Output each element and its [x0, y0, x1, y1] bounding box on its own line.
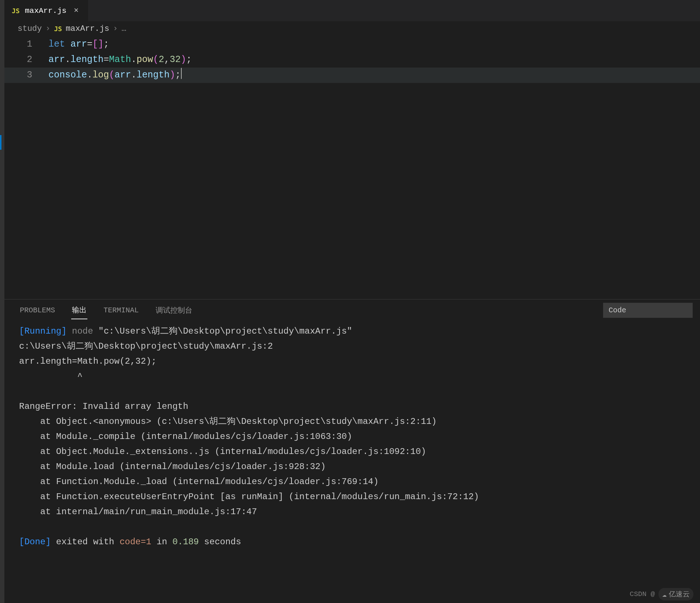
breadcrumb-file[interactable]: maxArr.js [66, 24, 109, 33]
tab-maxarr[interactable]: JS maxArr.js × [4, 0, 88, 21]
tabs-bar: JS maxArr.js × [4, 0, 700, 21]
line-number: 2 [4, 52, 48, 68]
watermark-logo-text: 亿速云 [669, 589, 690, 599]
panel-tab-output[interactable]: 输出 [71, 301, 87, 319]
panel-tabs: PROBLEMS 输出 TERMINAL 调试控制台 Code [4, 299, 700, 321]
output-line: at Function.Module._load (internal/modul… [19, 474, 685, 489]
code-line[interactable]: 1let arr=[]; [4, 37, 700, 52]
js-file-icon: JS [12, 7, 20, 15]
chevron-right-icon: › [46, 24, 50, 33]
line-number: 3 [4, 68, 48, 83]
breadcrumb-folder[interactable]: study [18, 24, 42, 33]
text-cursor [181, 68, 182, 79]
watermark-csdn: CSDN @ [630, 590, 655, 598]
cloud-icon: ☁ [662, 590, 667, 599]
panel-tab-problems[interactable]: PROBLEMS [19, 302, 56, 318]
footer-watermark: CSDN @ ☁ 亿速云 [4, 585, 700, 603]
activity-bar[interactable] [0, 0, 4, 603]
js-file-icon: JS [54, 25, 62, 33]
output-line: [Running] node "c:\Users\胡二狗\Desktop\pro… [19, 324, 685, 339]
output-line: c:\Users\胡二狗\Desktop\project\study\maxAr… [19, 339, 685, 354]
output-line: at Object.Module._extensions..js (intern… [19, 444, 685, 459]
code-content[interactable]: let arr=[]; [48, 37, 700, 52]
breadcrumbs[interactable]: study › JS maxArr.js › … [4, 21, 700, 36]
output-line [19, 384, 685, 399]
bottom-panel: PROBLEMS 输出 TERMINAL 调试控制台 Code [Running… [4, 299, 700, 585]
chevron-right-icon: › [113, 24, 118, 33]
code-line[interactable]: 2arr.length=Math.pow(2,32); [4, 52, 700, 68]
code-line[interactable]: 3console.log(arr.length); [4, 68, 700, 83]
breadcrumb-trail[interactable]: … [121, 24, 126, 33]
line-number: 1 [4, 37, 48, 52]
output-line: arr.length=Math.pow(2,32); [19, 354, 685, 369]
output-channel-dropdown[interactable]: Code [603, 303, 693, 318]
panel-tab-debug-console[interactable]: 调试控制台 [155, 302, 193, 319]
output-line: at Module._compile (internal/modules/cjs… [19, 429, 685, 444]
code-editor[interactable]: 1let arr=[];2arr.length=Math.pow(2,32);3… [4, 36, 700, 299]
output-line: at internal/main/run_main_module.js:17:4… [19, 504, 685, 519]
watermark-logo: ☁ 亿速云 [659, 588, 693, 600]
tab-filename: maxArr.js [25, 7, 66, 15]
output-line: at Function.executeUserEntryPoint [as ru… [19, 489, 685, 504]
main-column: JS maxArr.js × study › JS maxArr.js › … … [4, 0, 700, 603]
output-body[interactable]: [Running] node "c:\Users\胡二狗\Desktop\pro… [4, 321, 700, 585]
panel-tab-terminal[interactable]: TERMINAL [103, 302, 139, 318]
output-line [19, 519, 685, 534]
output-line: at Module.load (internal/modules/cjs/loa… [19, 459, 685, 474]
output-line: [Done] exited with code=1 in 0.189 secon… [19, 534, 685, 549]
output-line: at Object.<anonymous> (c:\Users\胡二狗\Desk… [19, 414, 685, 429]
output-line: ^ [19, 369, 685, 384]
close-icon[interactable]: × [74, 6, 79, 15]
activity-indicator [0, 135, 1, 150]
code-content[interactable]: console.log(arr.length); [48, 68, 700, 83]
output-line: RangeError: Invalid array length [19, 399, 685, 414]
code-content[interactable]: arr.length=Math.pow(2,32); [48, 52, 700, 68]
